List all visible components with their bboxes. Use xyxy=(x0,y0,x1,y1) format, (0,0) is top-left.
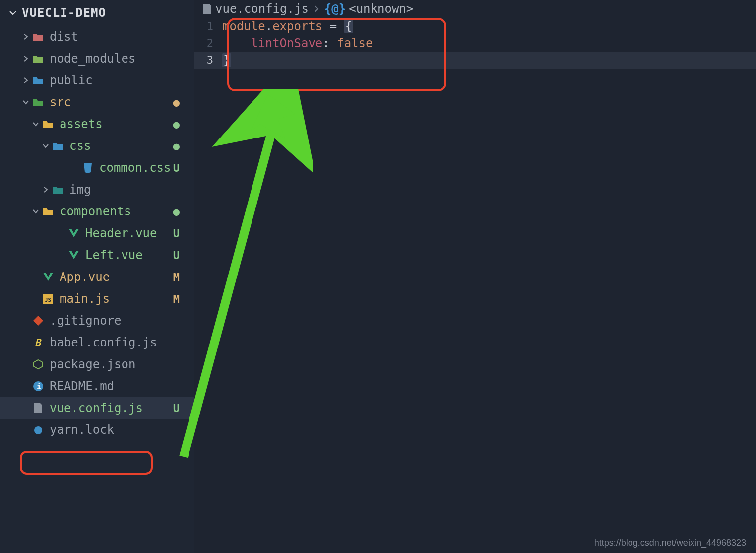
line-number: 2 xyxy=(194,35,222,52)
folder-icon xyxy=(32,54,45,63)
symbol-icon: {@} xyxy=(324,2,346,16)
line-number: 3 xyxy=(194,52,222,69)
git-status-m: M xyxy=(173,271,180,283)
info-file-icon: i xyxy=(32,381,45,392)
breadcrumb-symbol: <unknown> xyxy=(349,2,413,16)
git-status-u: U xyxy=(173,249,180,262)
git-status-u: U xyxy=(173,162,180,174)
tree-item-gitignore[interactable]: .gitignore xyxy=(0,310,194,332)
chevron-right-icon xyxy=(20,33,32,40)
line-number: 1 xyxy=(194,18,222,35)
tree-item-common-css[interactable]: common.css U xyxy=(0,157,194,179)
tree-label: README.md xyxy=(50,379,114,393)
folder-icon xyxy=(42,120,55,129)
tree-label: node_modules xyxy=(50,52,135,66)
chevron-down-icon xyxy=(8,9,18,17)
chevron-down-icon xyxy=(30,208,42,215)
tree-label: babel.config.js xyxy=(50,336,157,349)
tree-item-package-json[interactable]: package.json xyxy=(0,353,194,375)
chevron-right-icon xyxy=(20,77,32,84)
svg-point-5 xyxy=(34,426,42,434)
tree-label: img xyxy=(69,183,91,197)
tree-item-components[interactable]: components ● xyxy=(0,201,194,222)
folder-icon xyxy=(52,141,64,150)
code-line[interactable]: 1 module.exports = { xyxy=(194,18,756,35)
git-status-dot: ● xyxy=(173,206,180,218)
chevron-right-icon xyxy=(40,186,52,193)
tree-label: package.json xyxy=(50,357,135,371)
tree-item-left-vue[interactable]: Left.vue U xyxy=(0,244,194,266)
vue-file-icon xyxy=(67,250,80,260)
tree-item-header-vue[interactable]: Header.vue U xyxy=(0,222,194,244)
css-file-icon xyxy=(81,162,94,173)
chevron-down-icon xyxy=(30,121,42,128)
tree-label: public xyxy=(50,73,93,87)
tree-label: components xyxy=(60,205,131,218)
chevron-down-icon xyxy=(20,99,32,106)
tree-label: App.vue xyxy=(60,270,110,284)
npm-file-icon xyxy=(32,359,45,370)
code-editor[interactable]: 1 module.exports = { 2 lintOnSave: false… xyxy=(194,18,756,69)
folder-icon xyxy=(42,207,55,216)
tree-label: src xyxy=(50,95,71,109)
js-file-icon xyxy=(202,3,212,14)
git-status-dot: ● xyxy=(173,140,180,152)
chevron-right-icon xyxy=(314,5,319,13)
breadcrumb[interactable]: vue.config.js {@} <unknown> xyxy=(194,0,756,18)
tree-item-dist[interactable]: dist xyxy=(0,26,194,48)
project-name: VUECLI-DEMO xyxy=(22,6,106,20)
svg-text:i: i xyxy=(37,382,41,391)
folder-icon xyxy=(32,32,45,41)
folder-icon xyxy=(32,76,45,85)
folder-icon xyxy=(52,185,64,194)
tree-item-public[interactable]: public xyxy=(0,69,194,91)
chevron-down-icon xyxy=(40,142,52,149)
git-file-icon xyxy=(32,315,45,326)
tree-item-readme[interactable]: i README.md xyxy=(0,375,194,397)
js-file-icon xyxy=(32,403,45,414)
git-status-m: M xyxy=(173,293,180,305)
tree-label: main.js xyxy=(60,292,110,306)
tree-label: dist xyxy=(50,30,78,44)
code-content: } xyxy=(222,52,231,69)
yarn-file-icon xyxy=(32,424,45,435)
git-status-u: U xyxy=(173,402,180,415)
git-status-u: U xyxy=(173,227,180,240)
tree-label: assets xyxy=(60,117,103,131)
editor-pane: vue.config.js {@} <unknown> 1 module.exp… xyxy=(194,0,756,553)
tree-item-css[interactable]: css ● xyxy=(0,135,194,157)
breadcrumb-file: vue.config.js xyxy=(215,2,309,16)
vue-file-icon xyxy=(42,272,55,282)
tree-item-main-js[interactable]: JS main.js M xyxy=(0,288,194,310)
code-line-active[interactable]: 3 } xyxy=(194,52,756,69)
tree-item-node-modules[interactable]: node_modules xyxy=(0,48,194,69)
watermark: https://blog.csdn.net/weixin_44968323 xyxy=(594,538,746,548)
git-status-dot: ● xyxy=(173,96,180,109)
tree-item-src[interactable]: src ● xyxy=(0,91,194,113)
babel-file-icon: B xyxy=(32,337,45,348)
folder-icon xyxy=(32,98,45,107)
tree-item-assets[interactable]: assets ● xyxy=(0,113,194,135)
sidebar-file-explorer: VUECLI-DEMO dist node_modules public xyxy=(0,0,194,553)
tree-item-vue-config[interactable]: vue.config.js U xyxy=(0,397,194,419)
tree-label: Header.vue xyxy=(85,226,157,240)
tree-item-babel-config[interactable]: B babel.config.js xyxy=(0,332,194,353)
tree-label: .gitignore xyxy=(50,314,122,328)
svg-text:B: B xyxy=(35,337,42,348)
chevron-right-icon xyxy=(20,55,32,62)
code-content: module.exports = { xyxy=(222,18,353,35)
js-file-icon: JS xyxy=(42,294,55,304)
git-status-dot: ● xyxy=(173,118,180,131)
code-line[interactable]: 2 lintOnSave: false xyxy=(194,35,756,52)
tree-label: Left.vue xyxy=(85,248,143,262)
tree-item-yarn-lock[interactable]: yarn.lock xyxy=(0,419,194,441)
vue-file-icon xyxy=(67,228,80,238)
tree-item-app-vue[interactable]: App.vue M xyxy=(0,266,194,288)
tree-label: css xyxy=(69,139,91,153)
tree-label: vue.config.js xyxy=(50,401,143,415)
tree-label: yarn.lock xyxy=(50,423,114,437)
explorer-header[interactable]: VUECLI-DEMO xyxy=(0,3,194,26)
svg-text:JS: JS xyxy=(45,297,51,303)
tree-item-img[interactable]: img xyxy=(0,179,194,201)
tree-label: common.css xyxy=(99,161,171,175)
